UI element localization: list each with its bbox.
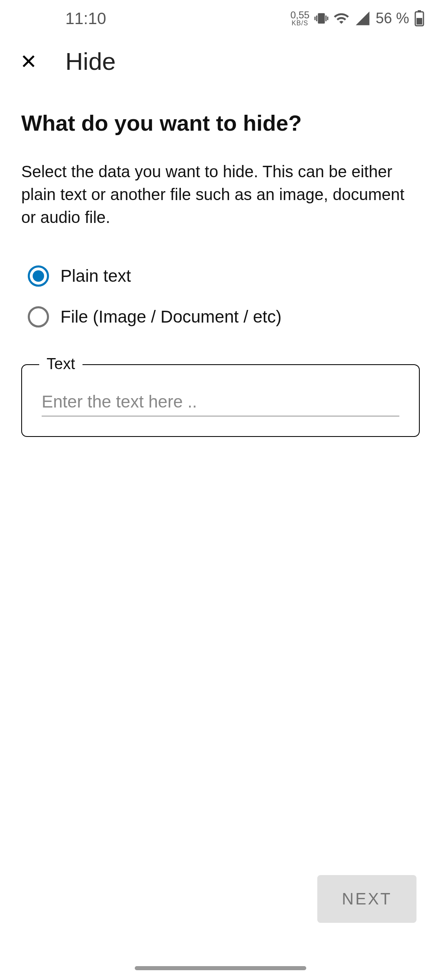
close-icon (19, 51, 38, 71)
wifi-icon (333, 10, 350, 27)
status-time: 11:10 (65, 9, 106, 28)
radio-label: Plain text (60, 266, 131, 286)
page-title: Hide (65, 47, 116, 76)
text-field-box: Text (21, 364, 420, 437)
battery-icon (414, 10, 425, 27)
network-speed: 0,55 KB/S (290, 10, 310, 27)
next-button[interactable]: NEXT (317, 875, 416, 923)
content: What do you want to hide? Select the dat… (0, 86, 441, 437)
app-bar: Hide (0, 37, 441, 86)
text-input[interactable] (42, 388, 399, 416)
text-field-container: Text (21, 364, 420, 437)
battery-percent: 56 % (376, 10, 409, 27)
radio-option-plain-text[interactable]: Plain text (28, 265, 420, 287)
radio-label: File (Image / Document / etc) (60, 307, 282, 327)
radio-option-file[interactable]: File (Image / Document / etc) (28, 306, 420, 327)
text-field-legend: Text (39, 355, 82, 373)
description: Select the data you want to hide. This c… (21, 160, 420, 229)
radio-group: Plain text File (Image / Document / etc) (21, 265, 420, 327)
heading: What do you want to hide? (21, 110, 420, 136)
nav-indicator (135, 966, 306, 970)
close-button[interactable] (16, 49, 41, 74)
svg-rect-2 (416, 18, 422, 24)
svg-rect-1 (418, 10, 421, 12)
radio-button-icon (28, 306, 49, 327)
vibrate-icon (314, 11, 328, 25)
signal-icon (354, 10, 371, 27)
status-right: 0,55 KB/S 56 % (290, 10, 425, 27)
status-bar: 11:10 0,55 KB/S 56 % (0, 0, 441, 37)
radio-button-icon (28, 265, 49, 287)
